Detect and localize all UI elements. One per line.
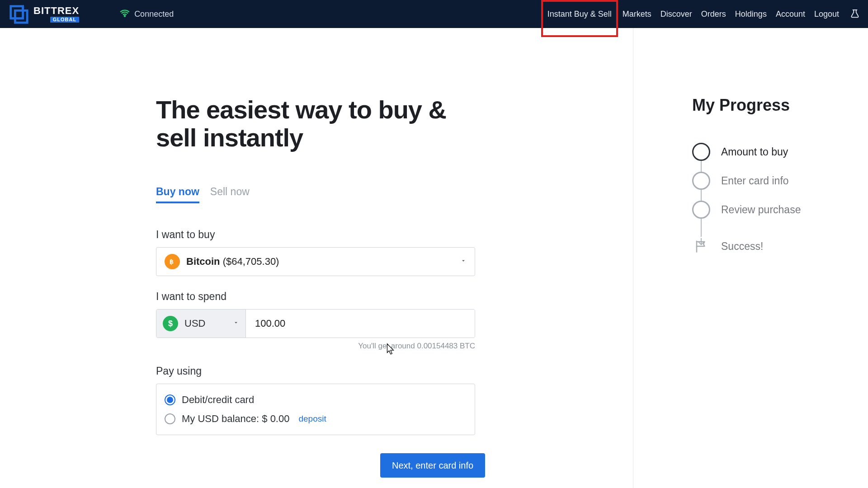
spend-group: I want to spend $ USD You'll get around … — [156, 291, 475, 351]
progress-step-review: Review purchase — [692, 195, 868, 224]
pay-group: Pay using Debit/credit card My USD balan… — [156, 365, 475, 435]
estimate-text: You'll get around 0.00154483 BTC — [156, 342, 475, 351]
progress-step-label: Success! — [721, 240, 763, 253]
progress-step-success: Success! — [692, 239, 868, 253]
progress-step-label: Amount to buy — [721, 146, 788, 158]
asset-select[interactable]: ฿ Bitcoin ($64,705.30) — [156, 247, 475, 276]
main-column: The easiest way to buy & sell instantly … — [0, 28, 633, 488]
progress-sidebar: My Progress Amount to buy Enter card inf… — [633, 28, 868, 488]
progress-circle-icon — [692, 143, 710, 161]
progress-circle-icon — [692, 172, 710, 190]
app-header: BITTREX GLOBAL Connected Instant Buy & S… — [0, 0, 868, 28]
tab-sell-now[interactable]: Sell now — [210, 186, 250, 203]
pay-option-card[interactable]: Debit/credit card — [165, 390, 467, 409]
currency-select[interactable]: $ USD — [156, 310, 246, 338]
pay-option-balance[interactable]: My USD balance: $ 0.00 deposit — [165, 409, 467, 428]
page-title: The easiest way to buy & sell instantly — [156, 96, 481, 151]
progress-title: My Progress — [692, 96, 868, 115]
buy-sell-tabs: Buy now Sell now — [156, 186, 633, 203]
brand-name: BITTREX — [33, 6, 79, 16]
nav-holdings[interactable]: Holdings — [731, 0, 771, 28]
brand-logo[interactable]: BITTREX GLOBAL — [8, 4, 79, 24]
nav-orders[interactable]: Orders — [697, 0, 731, 28]
connection-status: Connected — [120, 8, 174, 20]
svg-text:฿: ฿ — [170, 258, 174, 265]
progress-step-card: Enter card info — [692, 166, 868, 195]
usd-icon: $ — [163, 316, 178, 331]
chevron-down-icon — [233, 319, 239, 328]
content-area: The easiest way to buy & sell instantly … — [0, 28, 868, 488]
svg-point-2 — [124, 15, 125, 16]
currency-code: USD — [184, 318, 205, 329]
next-button[interactable]: Next, enter card info — [380, 453, 485, 478]
radio-checked-icon[interactable] — [165, 394, 175, 405]
wifi-icon — [120, 8, 130, 20]
nav-instant-buy-sell[interactable]: Instant Buy & Sell — [541, 0, 618, 28]
connection-status-text: Connected — [134, 9, 174, 19]
bitcoin-icon: ฿ — [165, 254, 180, 269]
pay-options: Debit/credit card My USD balance: $ 0.00… — [156, 384, 475, 435]
buy-asset-group: I want to buy ฿ Bitcoin ($64,705.30) — [156, 229, 475, 276]
deposit-link[interactable]: deposit — [298, 414, 326, 424]
asset-name: Bitcoin — [186, 256, 220, 267]
pay-card-label: Debit/credit card — [182, 394, 254, 406]
progress-circle-icon — [692, 201, 710, 219]
svg-rect-0 — [11, 6, 23, 19]
progress-step-label: Enter card info — [721, 175, 789, 187]
spend-row: $ USD — [156, 309, 475, 338]
spend-label: I want to spend — [156, 291, 475, 303]
progress-steps: Amount to buy Enter card info Review pur… — [692, 137, 868, 253]
brand-text: BITTREX GLOBAL — [33, 6, 79, 23]
tab-buy-now[interactable]: Buy now — [156, 186, 199, 203]
amount-input[interactable] — [246, 310, 475, 338]
pay-label: Pay using — [156, 365, 475, 377]
buy-label: I want to buy — [156, 229, 475, 241]
nav-markets[interactable]: Markets — [618, 0, 656, 28]
pay-balance-label: My USD balance: $ 0.00 — [182, 413, 289, 425]
chevron-down-icon — [460, 258, 467, 266]
arrow-down-icon — [696, 237, 706, 247]
svg-rect-1 — [15, 10, 27, 23]
labs-icon[interactable] — [850, 0, 860, 28]
nav-discover[interactable]: Discover — [656, 0, 697, 28]
asset-price: ($64,705.30) — [223, 256, 279, 267]
nav-account[interactable]: Account — [771, 0, 810, 28]
progress-step-label: Review purchase — [721, 204, 801, 216]
primary-nav: Instant Buy & Sell Markets Discover Orde… — [541, 0, 860, 28]
brand-sub: GLOBAL — [50, 17, 79, 23]
nav-logout[interactable]: Logout — [810, 0, 844, 28]
progress-step-amount: Amount to buy — [692, 137, 868, 166]
asset-label: Bitcoin ($64,705.30) — [186, 256, 279, 267]
bittrex-logo-icon — [8, 4, 29, 24]
radio-unchecked-icon[interactable] — [165, 413, 175, 424]
